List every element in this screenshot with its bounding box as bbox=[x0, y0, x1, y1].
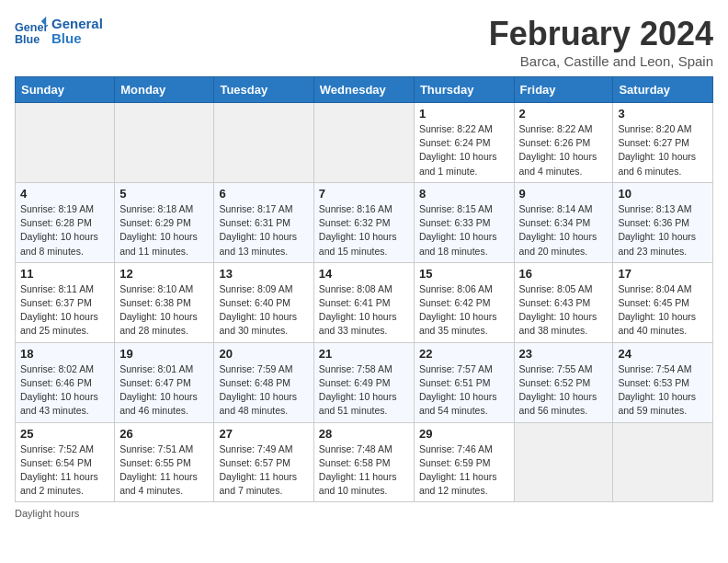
day-info: Sunrise: 8:09 AM Sunset: 6:40 PM Dayligh… bbox=[219, 282, 308, 339]
daylight-hours-label: Daylight hours bbox=[15, 508, 79, 519]
day-cell: 28Sunrise: 7:48 AM Sunset: 6:58 PM Dayli… bbox=[313, 422, 414, 502]
day-number: 5 bbox=[119, 187, 209, 201]
location-subtitle: Barca, Castille and Leon, Spain bbox=[489, 53, 713, 69]
day-cell: 7Sunrise: 8:16 AM Sunset: 6:32 PM Daylig… bbox=[313, 182, 414, 262]
day-info: Sunrise: 8:13 AM Sunset: 6:36 PM Dayligh… bbox=[618, 202, 708, 259]
day-info: Sunrise: 8:22 AM Sunset: 6:24 PM Dayligh… bbox=[419, 122, 509, 178]
day-cell bbox=[214, 103, 313, 183]
day-info: Sunrise: 8:06 AM Sunset: 6:42 PM Dayligh… bbox=[419, 282, 509, 339]
day-cell: 12Sunrise: 8:10 AM Sunset: 6:38 PM Dayli… bbox=[115, 262, 214, 342]
col-header-tuesday: Tuesday bbox=[214, 77, 313, 103]
col-header-thursday: Thursday bbox=[414, 77, 514, 103]
day-cell: 18Sunrise: 8:02 AM Sunset: 6:46 PM Dayli… bbox=[16, 342, 115, 422]
day-number: 29 bbox=[419, 427, 509, 441]
day-cell: 23Sunrise: 7:55 AM Sunset: 6:52 PM Dayli… bbox=[514, 342, 613, 422]
week-row-1: 1Sunrise: 8:22 AM Sunset: 6:24 PM Daylig… bbox=[16, 103, 713, 183]
day-number: 1 bbox=[419, 107, 509, 121]
day-info: Sunrise: 7:48 AM Sunset: 6:58 PM Dayligh… bbox=[319, 442, 409, 499]
day-number: 28 bbox=[319, 427, 409, 441]
month-title: February 2024 bbox=[489, 15, 713, 53]
day-number: 14 bbox=[319, 267, 409, 281]
title-block: February 2024 Barca, Castille and Leon, … bbox=[489, 15, 713, 69]
day-number: 21 bbox=[319, 347, 409, 361]
week-row-3: 11Sunrise: 8:11 AM Sunset: 6:37 PM Dayli… bbox=[16, 262, 713, 342]
day-cell: 21Sunrise: 7:58 AM Sunset: 6:49 PM Dayli… bbox=[313, 342, 414, 422]
day-cell: 9Sunrise: 8:14 AM Sunset: 6:34 PM Daylig… bbox=[514, 182, 613, 262]
day-info: Sunrise: 8:02 AM Sunset: 6:46 PM Dayligh… bbox=[20, 362, 109, 419]
week-row-4: 18Sunrise: 8:02 AM Sunset: 6:46 PM Dayli… bbox=[16, 342, 713, 422]
footer: Daylight hours bbox=[15, 508, 713, 519]
day-cell bbox=[613, 422, 713, 502]
day-number: 24 bbox=[618, 347, 708, 361]
day-cell: 15Sunrise: 8:06 AM Sunset: 6:42 PM Dayli… bbox=[414, 262, 514, 342]
day-number: 25 bbox=[20, 427, 109, 441]
day-info: Sunrise: 8:16 AM Sunset: 6:32 PM Dayligh… bbox=[319, 202, 409, 259]
day-cell: 1Sunrise: 8:22 AM Sunset: 6:24 PM Daylig… bbox=[414, 103, 514, 183]
day-number: 23 bbox=[519, 347, 609, 361]
day-info: Sunrise: 8:08 AM Sunset: 6:41 PM Dayligh… bbox=[319, 282, 409, 339]
day-info: Sunrise: 8:20 AM Sunset: 6:27 PM Dayligh… bbox=[618, 122, 708, 178]
day-cell: 6Sunrise: 8:17 AM Sunset: 6:31 PM Daylig… bbox=[214, 182, 313, 262]
day-info: Sunrise: 7:57 AM Sunset: 6:51 PM Dayligh… bbox=[419, 362, 509, 419]
day-cell: 29Sunrise: 7:46 AM Sunset: 6:59 PM Dayli… bbox=[414, 422, 514, 502]
day-cell: 26Sunrise: 7:51 AM Sunset: 6:55 PM Dayli… bbox=[115, 422, 214, 502]
day-number: 15 bbox=[419, 267, 509, 281]
day-cell: 22Sunrise: 7:57 AM Sunset: 6:51 PM Dayli… bbox=[414, 342, 514, 422]
day-number: 12 bbox=[119, 267, 209, 281]
day-info: Sunrise: 7:46 AM Sunset: 6:59 PM Dayligh… bbox=[419, 442, 509, 499]
day-info: Sunrise: 7:52 AM Sunset: 6:54 PM Dayligh… bbox=[20, 442, 109, 499]
day-cell: 16Sunrise: 8:05 AM Sunset: 6:43 PM Dayli… bbox=[514, 262, 613, 342]
day-cell: 14Sunrise: 8:08 AM Sunset: 6:41 PM Dayli… bbox=[313, 262, 414, 342]
day-info: Sunrise: 8:14 AM Sunset: 6:34 PM Dayligh… bbox=[519, 202, 609, 259]
day-info: Sunrise: 8:04 AM Sunset: 6:45 PM Dayligh… bbox=[618, 282, 708, 339]
day-info: Sunrise: 8:10 AM Sunset: 6:38 PM Dayligh… bbox=[119, 282, 209, 339]
day-cell: 8Sunrise: 8:15 AM Sunset: 6:33 PM Daylig… bbox=[414, 182, 514, 262]
day-cell: 10Sunrise: 8:13 AM Sunset: 6:36 PM Dayli… bbox=[613, 182, 713, 262]
day-number: 17 bbox=[618, 267, 708, 281]
day-number: 26 bbox=[119, 427, 209, 441]
day-info: Sunrise: 8:05 AM Sunset: 6:43 PM Dayligh… bbox=[519, 282, 609, 339]
day-number: 4 bbox=[20, 187, 109, 201]
day-info: Sunrise: 7:59 AM Sunset: 6:48 PM Dayligh… bbox=[219, 362, 308, 419]
day-info: Sunrise: 7:49 AM Sunset: 6:57 PM Dayligh… bbox=[219, 442, 308, 499]
day-number: 9 bbox=[519, 187, 609, 201]
day-cell bbox=[115, 103, 214, 183]
calendar-header-row: SundayMondayTuesdayWednesdayThursdayFrid… bbox=[16, 77, 713, 103]
day-number: 13 bbox=[219, 267, 308, 281]
logo-icon: General Blue bbox=[15, 15, 48, 48]
day-info: Sunrise: 8:11 AM Sunset: 6:37 PM Dayligh… bbox=[20, 282, 109, 339]
day-info: Sunrise: 8:22 AM Sunset: 6:26 PM Dayligh… bbox=[519, 122, 609, 178]
day-number: 22 bbox=[419, 347, 509, 361]
logo-blue: Blue bbox=[51, 31, 103, 47]
day-cell: 3Sunrise: 8:20 AM Sunset: 6:27 PM Daylig… bbox=[613, 103, 713, 183]
day-info: Sunrise: 8:19 AM Sunset: 6:28 PM Dayligh… bbox=[20, 202, 109, 259]
day-number: 6 bbox=[219, 187, 308, 201]
calendar-table: SundayMondayTuesdayWednesdayThursdayFrid… bbox=[15, 76, 713, 502]
day-number: 27 bbox=[219, 427, 308, 441]
day-number: 7 bbox=[319, 187, 409, 201]
week-row-5: 25Sunrise: 7:52 AM Sunset: 6:54 PM Dayli… bbox=[16, 422, 713, 502]
day-cell: 20Sunrise: 7:59 AM Sunset: 6:48 PM Dayli… bbox=[214, 342, 313, 422]
day-number: 3 bbox=[618, 107, 708, 121]
day-number: 19 bbox=[119, 347, 209, 361]
col-header-wednesday: Wednesday bbox=[313, 77, 414, 103]
col-header-sunday: Sunday bbox=[16, 77, 115, 103]
day-cell: 17Sunrise: 8:04 AM Sunset: 6:45 PM Dayli… bbox=[613, 262, 713, 342]
col-header-friday: Friday bbox=[514, 77, 613, 103]
col-header-monday: Monday bbox=[115, 77, 214, 103]
day-number: 2 bbox=[519, 107, 609, 121]
day-cell: 19Sunrise: 8:01 AM Sunset: 6:47 PM Dayli… bbox=[115, 342, 214, 422]
day-number: 20 bbox=[219, 347, 308, 361]
logo-general: General bbox=[51, 17, 103, 32]
day-number: 16 bbox=[519, 267, 609, 281]
day-info: Sunrise: 8:18 AM Sunset: 6:29 PM Dayligh… bbox=[119, 202, 209, 259]
day-cell bbox=[514, 422, 613, 502]
day-cell: 5Sunrise: 8:18 AM Sunset: 6:29 PM Daylig… bbox=[115, 182, 214, 262]
day-cell: 4Sunrise: 8:19 AM Sunset: 6:28 PM Daylig… bbox=[16, 182, 115, 262]
logo: General Blue General Blue bbox=[15, 15, 103, 48]
day-cell: 13Sunrise: 8:09 AM Sunset: 6:40 PM Dayli… bbox=[214, 262, 313, 342]
day-cell: 11Sunrise: 8:11 AM Sunset: 6:37 PM Dayli… bbox=[16, 262, 115, 342]
day-cell: 24Sunrise: 7:54 AM Sunset: 6:53 PM Dayli… bbox=[613, 342, 713, 422]
day-number: 8 bbox=[419, 187, 509, 201]
day-cell bbox=[16, 103, 115, 183]
